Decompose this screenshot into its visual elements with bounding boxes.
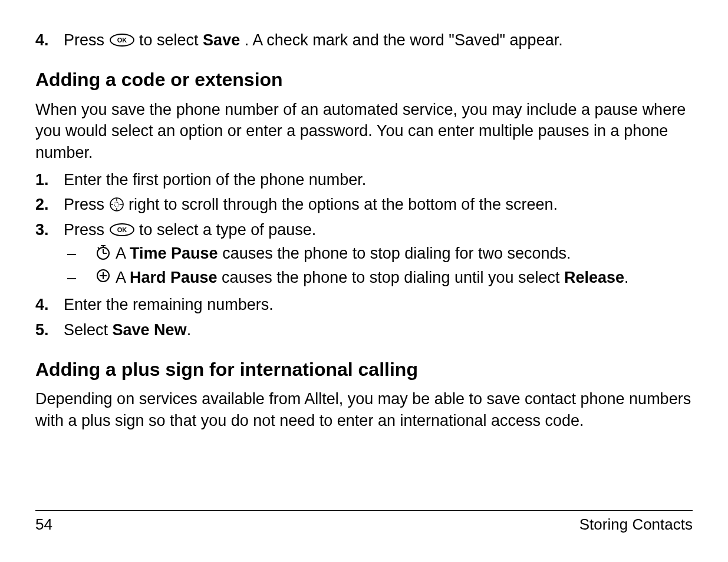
text-rest: causes the phone to stop dialing for two… <box>218 244 571 262</box>
svg-text:OK: OK <box>117 226 127 233</box>
heading-international-calling: Adding a plus sign for international cal… <box>35 357 693 382</box>
sub-content: A Time Pause causes the phone to stop di… <box>116 243 693 264</box>
clock-icon <box>91 243 116 260</box>
label-save-new: Save New <box>113 321 187 339</box>
page-footer: 54 Storing Contacts <box>35 510 693 535</box>
step-item-3: 3. Press OK to select a type of pause. – <box>35 219 693 290</box>
intro-paragraph: When you save the phone number of an aut… <box>35 99 693 163</box>
label-time-pause: Time Pause <box>130 244 218 262</box>
svg-text:OK: OK <box>117 37 127 44</box>
text-rest: to select a type of pause. <box>139 221 316 239</box>
heading-adding-code: Adding a code or extension <box>35 67 693 92</box>
text-dot: . <box>187 321 192 339</box>
dpad-icon <box>109 197 124 212</box>
step-content: Press OK to select Save . A check mark a… <box>64 29 693 51</box>
footer-line: 54 Storing Contacts <box>35 510 693 535</box>
text-press: Press <box>64 31 109 49</box>
bullet-dash: – <box>64 243 91 264</box>
step-number: 2. <box>35 194 64 215</box>
text-rest2: . <box>624 269 629 286</box>
text-rest: . A check mark and the word "Saved" appe… <box>245 31 563 49</box>
step-item-2: 2. Press right to scroll through the opt… <box>35 194 693 215</box>
step-item-1: 1. Enter the first portion of the phone … <box>35 169 693 190</box>
text-a: A <box>116 269 130 286</box>
ok-button-icon: OK <box>109 33 135 47</box>
intro-paragraph-2: Depending on services available from All… <box>35 388 693 431</box>
step-number: 5. <box>35 319 64 340</box>
label-release: Release <box>564 269 624 286</box>
step-content: Press right to scroll through the option… <box>64 194 693 215</box>
sub-content: A Hard Pause causes the phone to stop di… <box>116 267 693 288</box>
svg-point-3 <box>114 202 119 207</box>
text-to-select: to select <box>139 31 203 49</box>
text-rest1: causes the phone to stop dialing until y… <box>218 269 564 286</box>
text-press: Press <box>64 196 109 213</box>
plus-circle-icon <box>91 267 116 283</box>
step-item-5: 5. Select Save New. <box>35 319 693 340</box>
step-content: Press OK to select a type of pause. – <box>64 219 693 290</box>
step-number: 4. <box>35 294 64 315</box>
label-hard-pause: Hard Pause <box>130 269 218 286</box>
text-select: Select <box>64 321 113 339</box>
sub-item-hard-pause: – A Hard Pause causes the phone to stop … <box>64 267 693 288</box>
bullet-dash: – <box>64 267 91 288</box>
text-a: A <box>116 244 130 262</box>
step-item-4: 4. Enter the remaining numbers. <box>35 294 693 315</box>
step-content: Select Save New. <box>64 319 693 340</box>
step-content: Enter the remaining numbers. <box>64 294 693 315</box>
text-save: Save <box>203 31 240 49</box>
step-content: Enter the first portion of the phone num… <box>64 169 693 190</box>
step-number: 4. <box>35 29 64 51</box>
text-press: Press <box>64 221 109 239</box>
step-number: 3. <box>35 219 64 240</box>
manual-page: 4. Press OK to select Save . A check mar… <box>0 0 728 562</box>
page-number: 54 <box>35 514 52 535</box>
step-number: 1. <box>35 169 64 190</box>
step-item-4-prev: 4. Press OK to select Save . A check mar… <box>35 29 693 51</box>
ok-button-icon: OK <box>109 223 135 237</box>
sub-item-time-pause: – A Time Pause causes the phone to stop … <box>64 243 693 264</box>
svg-line-15 <box>98 247 100 249</box>
text-rest: right to scroll through the options at t… <box>129 196 558 213</box>
section-title: Storing Contacts <box>579 514 693 535</box>
